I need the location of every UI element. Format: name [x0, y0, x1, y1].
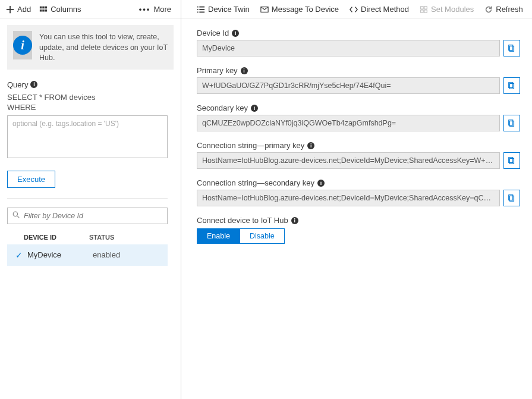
left-toolbar: Add Columns ••• More: [0, 0, 181, 19]
columns-icon: [39, 5, 48, 14]
columns-button[interactable]: Columns: [39, 5, 81, 14]
filter-container[interactable]: [7, 208, 168, 224]
svg-rect-0: [40, 6, 42, 8]
col-status: STATUS: [89, 234, 164, 241]
info-icon[interactable]: i: [30, 81, 37, 88]
svg-rect-2: [45, 6, 48, 8]
enable-button[interactable]: Enable: [197, 228, 240, 244]
code-icon: [350, 5, 358, 14]
device-twin-button[interactable]: Device Twin: [197, 5, 250, 14]
primary-key-label: Primary key i: [197, 66, 520, 75]
disable-button[interactable]: Disable: [240, 228, 285, 244]
table-header: DEVICE ID STATUS: [7, 234, 168, 244]
svg-rect-18: [424, 10, 427, 12]
conn-primary-field[interactable]: [197, 152, 500, 169]
search-icon: [12, 211, 20, 221]
svg-rect-13: [199, 11, 204, 12]
svg-rect-11: [199, 9, 204, 10]
svg-rect-1: [42, 6, 45, 8]
query-filter-input[interactable]: [7, 115, 168, 158]
set-modules-button: Set Modules: [420, 5, 474, 14]
svg-rect-12: [197, 11, 199, 12]
svg-point-6: [13, 212, 17, 216]
svg-rect-8: [197, 6, 199, 7]
enable-toggle: Enable Disable: [197, 228, 520, 244]
svg-rect-4: [42, 10, 45, 12]
copy-button[interactable]: [503, 115, 520, 131]
refresh-icon: [484, 5, 493, 14]
left-panel: Add Columns ••• More i You can use this …: [0, 0, 181, 399]
secondary-key-label: Secondary key i: [197, 103, 520, 112]
refresh-button[interactable]: Refresh: [484, 5, 523, 14]
col-device-id: DEVICE ID: [24, 234, 89, 241]
more-icon: •••: [139, 5, 151, 14]
info-icon-container: i: [13, 31, 32, 59]
svg-rect-16: [424, 6, 427, 8]
info-icon[interactable]: i: [241, 67, 248, 74]
svg-line-7: [17, 216, 19, 218]
copy-button[interactable]: [503, 77, 520, 94]
list-icon: [197, 5, 205, 14]
connect-device-label: Connect device to IoT Hub i: [197, 216, 520, 225]
modules-icon: [420, 5, 428, 14]
svg-rect-15: [421, 6, 423, 8]
info-icon[interactable]: i: [307, 142, 314, 149]
direct-method-button[interactable]: Direct Method: [350, 5, 409, 14]
copy-button[interactable]: [503, 152, 520, 169]
check-icon: ✓: [15, 250, 23, 260]
info-icon[interactable]: i: [317, 180, 325, 187]
more-button[interactable]: ••• More: [139, 5, 171, 14]
svg-rect-5: [45, 10, 48, 12]
secondary-key-field[interactable]: [197, 115, 500, 131]
info-icon[interactable]: i: [232, 30, 239, 37]
device-id-field[interactable]: [197, 40, 500, 56]
right-toolbar: Device Twin Message To Device Direct Met…: [181, 0, 532, 19]
info-text: You can use this tool to view, create, u…: [39, 31, 168, 64]
svg-rect-17: [421, 10, 423, 12]
plus-icon: [6, 5, 14, 14]
conn-secondary-label: Connection string—secondary key i: [197, 178, 520, 187]
device-filter-input[interactable]: [24, 212, 162, 220]
divider: [7, 199, 168, 199]
right-panel: Device Twin Message To Device Direct Met…: [181, 0, 532, 399]
info-icon[interactable]: i: [251, 105, 258, 112]
row-select[interactable]: ✓: [11, 250, 27, 260]
info-callout: i You can use this tool to view, create,…: [7, 25, 174, 70]
svg-rect-9: [199, 6, 204, 7]
copy-button[interactable]: [503, 40, 520, 56]
query-where-line: WHERE: [7, 103, 174, 112]
info-icon: i: [13, 36, 32, 55]
info-icon[interactable]: i: [291, 217, 298, 224]
row-status: enabled: [93, 250, 164, 259]
svg-rect-3: [40, 10, 42, 12]
more-label: More: [153, 5, 171, 14]
query-heading: Query i: [7, 80, 174, 89]
row-device-id: MyDevice: [27, 250, 93, 259]
svg-rect-10: [197, 9, 199, 10]
device-table: DEVICE ID STATUS ✓ MyDevice enabled: [7, 234, 168, 266]
device-id-label: Device Id i: [197, 29, 520, 37]
query-select-line: SELECT * FROM devices: [7, 93, 174, 102]
add-label: Add: [17, 5, 31, 14]
primary-key-field[interactable]: [197, 77, 500, 94]
execute-button[interactable]: Execute: [7, 171, 55, 188]
mail-icon: [260, 5, 269, 14]
table-row[interactable]: ✓ MyDevice enabled: [7, 244, 168, 266]
conn-primary-label: Connection string—primary key i: [197, 141, 520, 150]
copy-button[interactable]: [503, 190, 520, 206]
conn-secondary-field[interactable]: [197, 190, 500, 206]
add-button[interactable]: Add: [6, 5, 31, 14]
columns-label: Columns: [51, 5, 81, 14]
message-to-device-button[interactable]: Message To Device: [260, 5, 339, 14]
